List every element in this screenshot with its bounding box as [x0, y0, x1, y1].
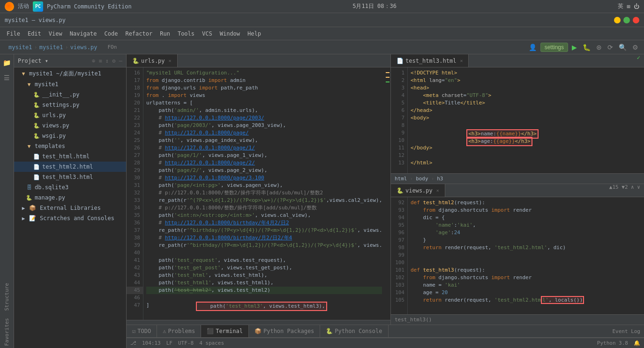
urls-hscroll[interactable]	[127, 320, 390, 325]
views-gutter	[638, 197, 644, 314]
python-console-label: Python Console	[335, 328, 382, 334]
project-sidebar-icon[interactable]: 📁	[1, 57, 13, 68]
maximize-button[interactable]	[623, 17, 630, 23]
settings-py-icon: 🐍	[33, 101, 40, 109]
menu-tools[interactable]: Tools	[174, 29, 198, 39]
urls-code-content[interactable]: "mysite1 URL Configuration..." from djan…	[143, 67, 385, 320]
coverage-button[interactable]: ⊛	[594, 43, 604, 52]
tree-test-html3[interactable]: 📄 test_html3.html	[14, 172, 126, 182]
menu-file[interactable]: File	[3, 29, 24, 39]
structure-label[interactable]: Structure	[3, 281, 11, 313]
templates-folder-icon: ▼	[25, 142, 33, 150]
views-code-editor[interactable]: 9293949596 979899100101 102103104105 def…	[391, 197, 644, 314]
tree-external-libs[interactable]: ▶ 📦 External Libraries	[14, 203, 126, 213]
views-tab-close[interactable]: ✕	[436, 188, 439, 193]
main-toolbar: mysite1 › mysite1 › views.py FOn 👤 setti…	[0, 40, 644, 54]
html-check-icon: ✓	[637, 54, 644, 67]
close-button[interactable]	[633, 17, 639, 23]
breadcrumb-body[interactable]: body	[416, 176, 428, 182]
cursor-position: 104:13	[142, 340, 161, 346]
tree-templates-folder[interactable]: ▼ templates	[14, 141, 126, 151]
views-code-content[interactable]: def test_html2(request): from django.sho…	[408, 197, 638, 314]
tree-root[interactable]: ▼ mysite1 ~/桌面/mysite1	[14, 68, 126, 79]
menu-edit[interactable]: Edit	[24, 29, 45, 39]
root-label: mysite1 ~/桌面/mysite1	[29, 70, 101, 78]
urls-tab[interactable]: 🐍 urls.py ✕	[127, 54, 178, 67]
views-py-label: views.py	[42, 122, 69, 129]
run-button[interactable]: ▶	[570, 43, 579, 52]
views-footer: test_html3()	[391, 314, 644, 325]
breadcrumb: mysite1 › mysite1 › views.py	[4, 44, 102, 51]
html3-tab-close[interactable]: ✕	[460, 58, 463, 63]
menu-code[interactable]: Code	[101, 29, 122, 39]
user-icon[interactable]: 👤	[527, 43, 539, 52]
tree-test-html[interactable]: 📄 test_html.html	[14, 151, 126, 162]
tree-mysite1-folder[interactable]: ▼ mysite1	[14, 79, 126, 89]
profile-button[interactable]: ⟳	[606, 43, 615, 52]
html-code-content[interactable]: <!DOCTYPE html> <html lang="en"> <head> …	[408, 67, 638, 173]
breadcrumb-mysite1[interactable]: mysite1	[39, 44, 63, 51]
html-code-editor[interactable]: 12345 678910 111213 <!DOCTYPE html> <htm…	[391, 67, 644, 173]
debug-button[interactable]: 🐛	[581, 43, 592, 52]
menu-run[interactable]: Run	[156, 29, 174, 39]
breadcrumb-area: mysite1 › mysite1 › views.py FOn	[4, 44, 117, 51]
urls-code-editor[interactable]: 1617181920 2122232425 2627282930 3132333…	[127, 67, 385, 320]
tree-views[interactable]: 🐍 views.py	[14, 120, 126, 131]
tree-settings[interactable]: 🐍 settings.py	[14, 100, 126, 110]
python-console-tab[interactable]: 🐍 Python Console	[320, 325, 388, 337]
structure-sidebar-icon[interactable]: ☰	[1, 72, 13, 83]
menu-bar: File Edit View Navigate Code Refactor Ru…	[0, 27, 644, 40]
tree-scratches[interactable]: ▶ 📝 Scratches and Consoles	[14, 213, 126, 223]
firefox-icon	[5, 2, 14, 11]
views-tab[interactable]: 🐍 views.py ✕	[391, 184, 445, 197]
favorites-label[interactable]: Favorites	[3, 316, 11, 348]
minimize-button[interactable]	[614, 17, 621, 23]
wsgi-py-icon: 🐍	[33, 132, 40, 140]
menu-refactor[interactable]: Refactor	[121, 29, 156, 39]
html3-tab[interactable]: 📄 test_html3.html ✕	[391, 54, 469, 67]
tree-init[interactable]: 🐍 __init__.py	[14, 89, 126, 100]
tree-wsgi[interactable]: 🐍 wsgi.py	[14, 131, 126, 141]
tree-urls[interactable]: 🐍 urls.py	[14, 110, 126, 120]
python-packages-tab[interactable]: 📦 Python Packages	[249, 325, 320, 337]
problems-tab[interactable]: ⚠ Problems	[157, 325, 201, 337]
urls-tab-label: urls.py	[141, 58, 165, 64]
split-editor: 🐍 urls.py ✕ 1617181920 2122232425 262728…	[127, 54, 644, 325]
urls-py-icon: 🐍	[33, 111, 40, 119]
urls-tab-icon: 🐍	[132, 58, 139, 64]
tree-manage[interactable]: 🐍 manage.py	[14, 193, 126, 203]
python-version[interactable]: Python 3.8	[597, 340, 628, 346]
terminal-tab[interactable]: ⬛ Terminal	[201, 325, 249, 337]
toolbar-actions: 👤 settings ▶ 🐛 ⊛ ⟳ 🔍 ⚙	[527, 43, 640, 52]
urls-tab-close[interactable]: ✕	[169, 58, 172, 63]
sys-controls[interactable]: ⊞ ⏻	[627, 3, 639, 10]
event-log-label[interactable]: Event Log	[612, 328, 640, 334]
gear-button[interactable]: ⚙	[630, 43, 640, 52]
settings-button[interactable]: settings	[540, 43, 568, 52]
problems-label: Problems	[168, 328, 195, 334]
html-breadcrumb: html › body › h3	[391, 173, 644, 184]
breadcrumb-views[interactable]: views.py	[70, 44, 97, 51]
urls-editor-pane: 🐍 urls.py ✕ 1617181920 2122232425 262728…	[127, 54, 391, 325]
python-packages-label: Python Packages	[263, 328, 314, 334]
menu-help[interactable]: Help	[244, 29, 265, 39]
menu-view[interactable]: View	[45, 29, 66, 39]
bottom-right-actions: Event Log	[612, 325, 644, 337]
lf-label: LF	[166, 340, 172, 346]
python-packages-icon: 📦	[255, 328, 262, 334]
html-main-area: 12345 678910 111213 <!DOCTYPE html> <htm…	[391, 67, 644, 173]
search-button[interactable]: 🔍	[617, 43, 629, 52]
menu-window[interactable]: Window	[216, 29, 244, 39]
breadcrumb-h3[interactable]: h3	[437, 176, 443, 182]
menu-vcs[interactable]: VCS	[198, 29, 216, 39]
views-editor-section: 🐍 views.py ✕ ▲15 ▼2 ∧ ∨ 9293949596 97989…	[391, 184, 644, 325]
scratches-folder-icon: 📝	[29, 215, 36, 222]
tree-test-html2[interactable]: 📄 test_html2.html	[14, 162, 126, 172]
breadcrumb-html[interactable]: html	[395, 176, 407, 182]
tree-db[interactable]: 🗄 db.sqlite3	[14, 182, 126, 193]
root-folder-icon: ▼	[20, 70, 27, 78]
breadcrumb-mysite1-root[interactable]: mysite1	[8, 44, 32, 51]
menu-navigate[interactable]: Navigate	[66, 29, 101, 39]
todo-tab[interactable]: ☑ TODO	[127, 325, 157, 337]
urls-py-label: urls.py	[42, 112, 66, 118]
